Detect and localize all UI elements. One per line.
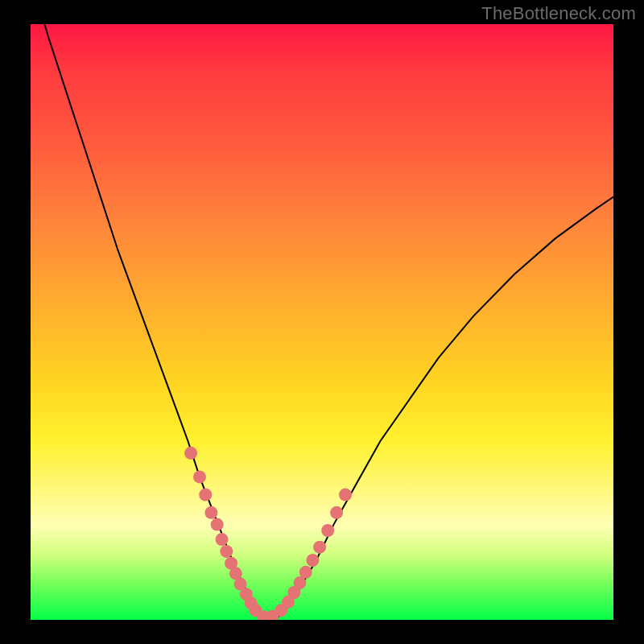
highlight-point	[193, 470, 206, 483]
highlight-point	[184, 447, 197, 460]
highlight-point	[204, 506, 217, 519]
plot-area	[31, 24, 613, 620]
highlight-point	[330, 506, 343, 519]
highlight-point	[211, 518, 224, 531]
highlight-point	[299, 566, 312, 579]
highlight-point	[321, 524, 334, 537]
highlight-markers	[184, 447, 352, 620]
highlight-point	[339, 489, 352, 502]
chart-frame: TheBottleneck.com	[0, 0, 644, 644]
highlight-point	[306, 554, 319, 567]
highlight-point	[220, 545, 233, 558]
watermark-label: TheBottleneck.com	[481, 3, 636, 24]
curve-svg	[31, 24, 613, 620]
highlight-point	[199, 489, 212, 502]
highlight-point	[216, 533, 229, 546]
highlight-point	[313, 541, 326, 554]
